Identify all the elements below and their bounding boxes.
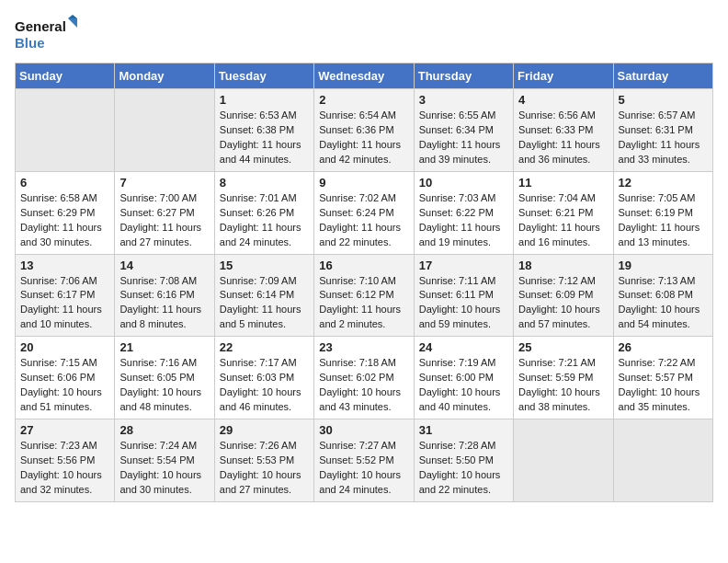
day-info: Sunrise: 7:05 AMSunset: 6:19 PMDaylight:… [619, 191, 708, 250]
page-header: General Blue [15, 15, 713, 55]
day-info: Sunrise: 7:10 AMSunset: 6:12 PMDaylight:… [319, 274, 408, 333]
day-number: 23 [319, 340, 408, 354]
day-number: 27 [20, 423, 109, 437]
calendar-cell: 24Sunrise: 7:19 AMSunset: 6:00 PMDayligh… [414, 337, 513, 419]
day-info: Sunrise: 6:53 AMSunset: 6:38 PMDaylight:… [220, 109, 309, 167]
day-of-week-header: Sunday [16, 63, 115, 89]
day-of-week-header: Tuesday [214, 63, 313, 89]
day-info: Sunrise: 7:01 AMSunset: 6:26 PMDaylight:… [220, 191, 309, 250]
calendar-cell [613, 419, 712, 502]
day-number: 18 [518, 259, 608, 272]
calendar-cell: 16Sunrise: 7:10 AMSunset: 6:12 PMDayligh… [314, 254, 414, 337]
svg-text:Blue: Blue [15, 35, 45, 51]
day-number: 3 [419, 93, 508, 107]
calendar-cell: 15Sunrise: 7:09 AMSunset: 6:14 PMDayligh… [214, 254, 313, 337]
calendar-cell: 8Sunrise: 7:01 AMSunset: 6:26 PMDaylight… [214, 171, 313, 254]
calendar-cell: 7Sunrise: 7:00 AMSunset: 6:27 PMDaylight… [115, 171, 214, 254]
day-number: 1 [220, 93, 309, 107]
day-info: Sunrise: 7:18 AMSunset: 6:02 PMDaylight:… [319, 356, 408, 415]
day-info: Sunrise: 7:21 AMSunset: 5:59 PMDaylight:… [518, 356, 608, 415]
calendar-cell: 27Sunrise: 7:23 AMSunset: 5:56 PMDayligh… [16, 419, 115, 502]
day-number: 29 [220, 423, 309, 437]
calendar-week-row: 20Sunrise: 7:15 AMSunset: 6:06 PMDayligh… [16, 337, 713, 419]
calendar-cell: 26Sunrise: 7:22 AMSunset: 5:57 PMDayligh… [613, 337, 712, 419]
day-info: Sunrise: 7:26 AMSunset: 5:53 PMDaylight:… [220, 439, 309, 498]
calendar-cell: 21Sunrise: 7:16 AMSunset: 6:05 PMDayligh… [115, 337, 214, 419]
calendar-cell: 6Sunrise: 6:58 AMSunset: 6:29 PMDaylight… [16, 171, 115, 254]
day-number: 20 [20, 340, 109, 354]
day-info: Sunrise: 7:22 AMSunset: 5:57 PMDaylight:… [619, 356, 708, 415]
day-info: Sunrise: 7:24 AMSunset: 5:54 PMDaylight:… [119, 439, 209, 498]
calendar-cell: 30Sunrise: 7:27 AMSunset: 5:52 PMDayligh… [314, 419, 414, 502]
day-number: 26 [619, 340, 708, 354]
day-info: Sunrise: 7:19 AMSunset: 6:00 PMDaylight:… [419, 356, 508, 415]
svg-marker-2 [68, 18, 77, 28]
calendar-cell: 2Sunrise: 6:54 AMSunset: 6:36 PMDaylight… [314, 89, 414, 172]
calendar-cell: 23Sunrise: 7:18 AMSunset: 6:02 PMDayligh… [314, 337, 414, 419]
calendar-week-row: 6Sunrise: 6:58 AMSunset: 6:29 PMDaylight… [16, 171, 713, 254]
svg-marker-3 [68, 15, 77, 18]
day-info: Sunrise: 6:57 AMSunset: 6:31 PMDaylight:… [619, 109, 708, 167]
day-of-week-header: Saturday [613, 63, 712, 89]
day-number: 4 [518, 93, 608, 107]
day-info: Sunrise: 7:09 AMSunset: 6:14 PMDaylight:… [220, 274, 309, 333]
calendar-cell: 31Sunrise: 7:28 AMSunset: 5:50 PMDayligh… [414, 419, 513, 502]
day-number: 8 [220, 176, 309, 190]
calendar-cell: 13Sunrise: 7:06 AMSunset: 6:17 PMDayligh… [16, 254, 115, 337]
day-number: 5 [619, 93, 708, 107]
day-number: 31 [419, 423, 508, 437]
day-number: 13 [20, 259, 109, 272]
calendar-cell [115, 89, 214, 172]
day-info: Sunrise: 7:23 AMSunset: 5:56 PMDaylight:… [20, 439, 109, 498]
day-info: Sunrise: 7:12 AMSunset: 6:09 PMDaylight:… [518, 274, 608, 333]
day-info: Sunrise: 6:55 AMSunset: 6:34 PMDaylight:… [419, 109, 508, 167]
calendar-cell: 10Sunrise: 7:03 AMSunset: 6:22 PMDayligh… [414, 171, 513, 254]
day-info: Sunrise: 7:04 AMSunset: 6:21 PMDaylight:… [518, 191, 608, 250]
day-info: Sunrise: 7:13 AMSunset: 6:08 PMDaylight:… [619, 274, 708, 333]
day-number: 25 [518, 340, 608, 354]
calendar-cell: 11Sunrise: 7:04 AMSunset: 6:21 PMDayligh… [514, 171, 613, 254]
day-info: Sunrise: 7:27 AMSunset: 5:52 PMDaylight:… [319, 439, 408, 498]
day-info: Sunrise: 7:08 AMSunset: 6:16 PMDaylight:… [119, 274, 209, 333]
calendar-cell: 1Sunrise: 6:53 AMSunset: 6:38 PMDaylight… [214, 89, 313, 172]
logo-svg: General Blue [15, 15, 79, 55]
day-of-week-header: Friday [514, 63, 613, 89]
day-number: 16 [319, 259, 408, 272]
day-number: 10 [419, 176, 508, 190]
calendar-cell: 22Sunrise: 7:17 AMSunset: 6:03 PMDayligh… [214, 337, 313, 419]
day-of-week-header: Monday [115, 63, 214, 89]
day-info: Sunrise: 7:00 AMSunset: 6:27 PMDaylight:… [119, 191, 209, 250]
day-number: 12 [619, 176, 708, 190]
calendar-cell: 17Sunrise: 7:11 AMSunset: 6:11 PMDayligh… [414, 254, 513, 337]
day-info: Sunrise: 7:11 AMSunset: 6:11 PMDaylight:… [419, 274, 508, 333]
calendar-cell [514, 419, 613, 502]
day-number: 28 [119, 423, 209, 437]
calendar-cell: 29Sunrise: 7:26 AMSunset: 5:53 PMDayligh… [214, 419, 313, 502]
day-number: 9 [319, 176, 408, 190]
calendar-week-row: 13Sunrise: 7:06 AMSunset: 6:17 PMDayligh… [16, 254, 713, 337]
day-info: Sunrise: 7:16 AMSunset: 6:05 PMDaylight:… [119, 356, 209, 415]
day-number: 30 [319, 423, 408, 437]
day-of-week-header: Wednesday [314, 63, 414, 89]
day-info: Sunrise: 7:03 AMSunset: 6:22 PMDaylight:… [419, 191, 508, 250]
day-number: 2 [319, 93, 408, 107]
calendar-cell: 12Sunrise: 7:05 AMSunset: 6:19 PMDayligh… [613, 171, 712, 254]
day-info: Sunrise: 7:28 AMSunset: 5:50 PMDaylight:… [419, 439, 508, 498]
svg-text:General: General [15, 18, 66, 34]
day-number: 22 [220, 340, 309, 354]
day-info: Sunrise: 7:02 AMSunset: 6:24 PMDaylight:… [319, 191, 408, 250]
calendar-cell [16, 89, 115, 172]
logo: General Blue [15, 15, 79, 55]
day-number: 24 [419, 340, 508, 354]
day-info: Sunrise: 7:17 AMSunset: 6:03 PMDaylight:… [220, 356, 309, 415]
calendar-cell: 19Sunrise: 7:13 AMSunset: 6:08 PMDayligh… [613, 254, 712, 337]
calendar-header: SundayMondayTuesdayWednesdayThursdayFrid… [16, 63, 713, 89]
calendar-cell: 14Sunrise: 7:08 AMSunset: 6:16 PMDayligh… [115, 254, 214, 337]
calendar-cell: 28Sunrise: 7:24 AMSunset: 5:54 PMDayligh… [115, 419, 214, 502]
calendar-cell: 20Sunrise: 7:15 AMSunset: 6:06 PMDayligh… [16, 337, 115, 419]
calendar-cell: 5Sunrise: 6:57 AMSunset: 6:31 PMDaylight… [613, 89, 712, 172]
day-number: 7 [119, 176, 209, 190]
day-info: Sunrise: 7:15 AMSunset: 6:06 PMDaylight:… [20, 356, 109, 415]
day-number: 14 [119, 259, 209, 272]
day-number: 11 [518, 176, 608, 190]
